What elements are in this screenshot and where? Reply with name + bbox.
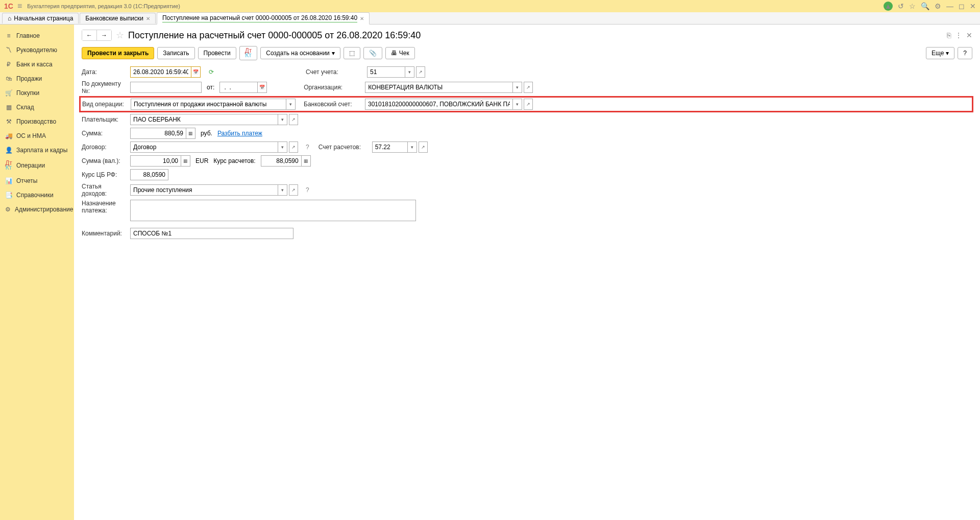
forward-button[interactable]: →	[97, 30, 111, 40]
menu-icon[interactable]: ≡	[17, 2, 22, 11]
document-title: Поступление на расчетный счет 0000-00000…	[128, 30, 421, 41]
sidebar-item-production[interactable]: ⚒Производство	[0, 114, 74, 129]
minimize-icon[interactable]: —	[946, 2, 953, 10]
history-icon[interactable]: ↺	[898, 2, 904, 10]
cb-rate-input[interactable]	[130, 169, 168, 180]
calendar-icon[interactable]: 📅	[258, 82, 267, 93]
help-icon[interactable]: ?	[306, 144, 309, 151]
tab-document[interactable]: Поступление на расчетный счет 0000-00000…	[157, 12, 370, 25]
tab-label: Начальная страница	[14, 15, 73, 22]
search-icon[interactable]: 🔍	[921, 2, 929, 10]
more-options-icon[interactable]: ⋮	[955, 31, 962, 39]
open-icon[interactable]: ↗	[289, 114, 298, 125]
bank-account-label: Банковский счет:	[304, 101, 360, 108]
create-based-button[interactable]: Создать на основании ▾	[260, 47, 340, 59]
help-icon[interactable]: ?	[306, 186, 309, 194]
attach-button[interactable]: 📎	[363, 47, 382, 59]
doc-number-input[interactable]	[130, 82, 202, 93]
settlement-input[interactable]	[372, 141, 408, 153]
calc-icon[interactable]: ▦	[186, 128, 195, 139]
open-icon[interactable]: ↗	[289, 184, 298, 196]
check-button[interactable]: 🖶 Чек	[385, 47, 415, 59]
org-input[interactable]	[365, 82, 513, 93]
sidebar-label: Продажи	[16, 75, 42, 82]
sidebar-item-operations[interactable]: ДтКтОперации	[0, 157, 74, 174]
back-button[interactable]: ←	[82, 30, 97, 40]
sidebar-item-warehouse[interactable]: ▦Склад	[0, 100, 74, 114]
sidebar-label: Справочники	[16, 192, 54, 199]
open-icon[interactable]: ↗	[289, 141, 298, 153]
dropdown-icon[interactable]: ▾	[513, 82, 522, 93]
help-button[interactable]: ?	[958, 47, 972, 59]
more-button[interactable]: Еще ▾	[926, 47, 954, 59]
titlebar: 1C ≡ Бухгалтерия предприятия, редакция 3…	[0, 0, 980, 12]
sidebar-item-main[interactable]: ≡Главное	[0, 29, 74, 43]
save-button[interactable]: Записать	[157, 47, 194, 59]
comment-input[interactable]	[130, 228, 293, 239]
open-icon[interactable]: ↗	[416, 66, 425, 78]
sidebar-item-assets[interactable]: 🚚ОС и НМА	[0, 129, 74, 143]
eur-label: EUR	[195, 157, 208, 164]
open-icon[interactable]: ↗	[419, 141, 428, 153]
split-payment-link[interactable]: Разбить платеж	[217, 130, 262, 137]
content: ← → ☆ Поступление на расчетный счет 0000…	[74, 25, 980, 520]
rub-label: руб.	[201, 130, 212, 137]
bank-account-input[interactable]	[365, 99, 513, 110]
barcode-button[interactable]: ⬚	[344, 47, 360, 59]
link-icon[interactable]: ⎘	[947, 31, 951, 39]
sidebar-item-admin[interactable]: ⚙Администрирование	[0, 202, 74, 217]
sidebar-item-payroll[interactable]: 👤Зарплата и кадры	[0, 143, 74, 157]
favorite-icon[interactable]: ☆	[116, 30, 124, 41]
sidebar-item-catalogs[interactable]: 📑Справочники	[0, 188, 74, 202]
payer-input[interactable]	[130, 114, 278, 125]
tab-home[interactable]: ⌂ Начальная страница	[2, 13, 79, 23]
refresh-icon[interactable]: ⟳	[209, 68, 214, 76]
close-icon[interactable]: ✕	[146, 16, 150, 21]
dropdown-icon[interactable]: ▾	[405, 66, 414, 78]
sidebar-item-bank[interactable]: ₽Банк и касса	[0, 57, 74, 72]
sum-val-input[interactable]	[130, 155, 181, 167]
close-window-icon[interactable]: ✕	[970, 2, 976, 10]
sidebar-label: Склад	[16, 104, 34, 111]
factory-icon: ⚒	[5, 118, 12, 125]
maximize-icon[interactable]: ◻	[959, 2, 965, 10]
income-input[interactable]	[130, 184, 278, 196]
sidebar-item-purchases[interactable]: 🛒Покупки	[0, 86, 74, 100]
close-document-icon[interactable]: ✕	[966, 31, 972, 39]
open-icon[interactable]: ↗	[524, 82, 533, 93]
date-input[interactable]	[130, 66, 191, 78]
dropdown-icon[interactable]: ▾	[513, 99, 522, 110]
op-type-input[interactable]	[131, 99, 286, 110]
calc-rate-input[interactable]	[261, 155, 302, 167]
sidebar-item-manager[interactable]: 〽Руководителю	[0, 43, 74, 57]
notification-icon[interactable]: ▲	[884, 2, 893, 11]
settings-icon[interactable]: ⚙	[935, 2, 941, 10]
dropdown-icon[interactable]: ▾	[408, 141, 417, 153]
star-icon[interactable]: ☆	[909, 2, 916, 10]
dropdown-icon[interactable]: ▾	[278, 141, 287, 153]
sidebar-label: Администрирование	[15, 206, 73, 213]
tab-bank-statements[interactable]: Банковские выписки ✕	[80, 13, 156, 23]
contract-input[interactable]	[130, 141, 278, 153]
from-date-input[interactable]	[219, 82, 258, 93]
account-label: Счет учета:	[306, 68, 362, 76]
dtk-button[interactable]: ДтКт	[239, 46, 258, 60]
post-button[interactable]: Провести	[198, 47, 236, 59]
calc-icon[interactable]: ▦	[181, 155, 190, 167]
sum-input[interactable]	[130, 128, 186, 139]
sidebar-item-sales[interactable]: 🛍Продажи	[0, 72, 74, 86]
calc-icon[interactable]: ▦	[302, 155, 311, 167]
open-icon[interactable]: ↗	[524, 99, 533, 110]
account-input[interactable]	[367, 66, 405, 78]
dropdown-icon[interactable]: ▾	[278, 184, 287, 196]
close-icon[interactable]: ✕	[360, 16, 364, 21]
gear-icon: ⚙	[5, 206, 11, 213]
purpose-textarea[interactable]	[130, 200, 416, 221]
folder-icon: 📑	[5, 192, 12, 199]
dropdown-icon[interactable]: ▾	[278, 114, 287, 125]
dropdown-icon[interactable]: ▾	[286, 99, 296, 110]
post-and-close-button[interactable]: Провести и закрыть	[82, 47, 154, 59]
grid-icon: ▦	[5, 104, 12, 111]
sidebar-item-reports[interactable]: 📊Отчеты	[0, 174, 74, 188]
calendar-icon[interactable]: 📅	[191, 66, 201, 78]
